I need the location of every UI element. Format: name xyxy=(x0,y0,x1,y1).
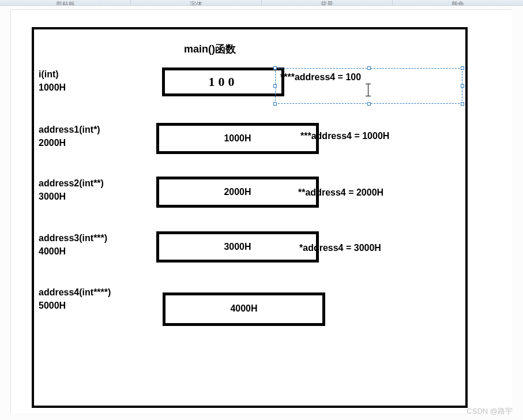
value-box-address2: 2000H xyxy=(156,177,319,208)
ribbon-group-background: 背景 xyxy=(262,0,392,5)
var-addr-address2: 3000H xyxy=(39,192,66,202)
ribbon-group-font: 字体 xyxy=(131,0,261,5)
var-addr-address1: 2000H xyxy=(39,138,66,148)
value-box-address4: 4000H xyxy=(163,292,325,326)
var-name-address2: address2(int**) xyxy=(39,178,104,189)
ribbon-group-color: 颜色 xyxy=(393,0,523,5)
var-name-address3: address3(int***) xyxy=(39,233,107,243)
value-box-i: 100 xyxy=(162,68,284,96)
ribbon-toolbar: 剪贴板 字体 背景 颜色 xyxy=(0,0,523,6)
resize-handle-bottom-mid[interactable] xyxy=(367,102,371,106)
drawing-canvas[interactable]: main()函数 i(int) 1000H 100 ****address4 =… xyxy=(10,9,512,413)
value-box-address1: 1000H xyxy=(156,123,319,154)
resize-handle-bottom-right[interactable] xyxy=(461,102,464,106)
var-name-address1: address1(int*) xyxy=(39,125,100,135)
resize-handle-mid-left[interactable] xyxy=(273,84,277,88)
expr-text-3: *address4 = 3000H xyxy=(299,243,381,253)
expr-text-2: **address4 = 2000H xyxy=(298,187,383,198)
diagram-title: main()函数 xyxy=(184,42,236,56)
var-name-i: i(int) xyxy=(39,69,59,80)
text-selection-box[interactable]: ****address4 = 100 xyxy=(275,68,462,104)
var-name-address4: address4(int****) xyxy=(39,287,111,298)
resize-handle-top-left[interactable] xyxy=(273,66,277,70)
watermark-text: CSDN @路宇 xyxy=(466,406,513,417)
resize-handle-bottom-left[interactable] xyxy=(273,102,277,106)
ribbon-group-clipboard: 剪贴板 xyxy=(0,0,130,5)
resize-handle-mid-right[interactable] xyxy=(461,84,464,88)
expr-text-1: ***address4 = 1000H xyxy=(300,131,389,141)
expr-text-0[interactable]: ****address4 = 100 xyxy=(280,72,361,82)
var-addr-address3: 4000H xyxy=(39,246,66,257)
text-cursor-icon xyxy=(368,84,368,96)
var-addr-address4: 5000H xyxy=(39,301,66,311)
var-addr-i: 1000H xyxy=(39,82,66,93)
resize-handle-top-right[interactable] xyxy=(461,66,464,70)
value-box-address3: 3000H xyxy=(156,231,319,262)
resize-handle-top-mid[interactable] xyxy=(367,66,371,70)
